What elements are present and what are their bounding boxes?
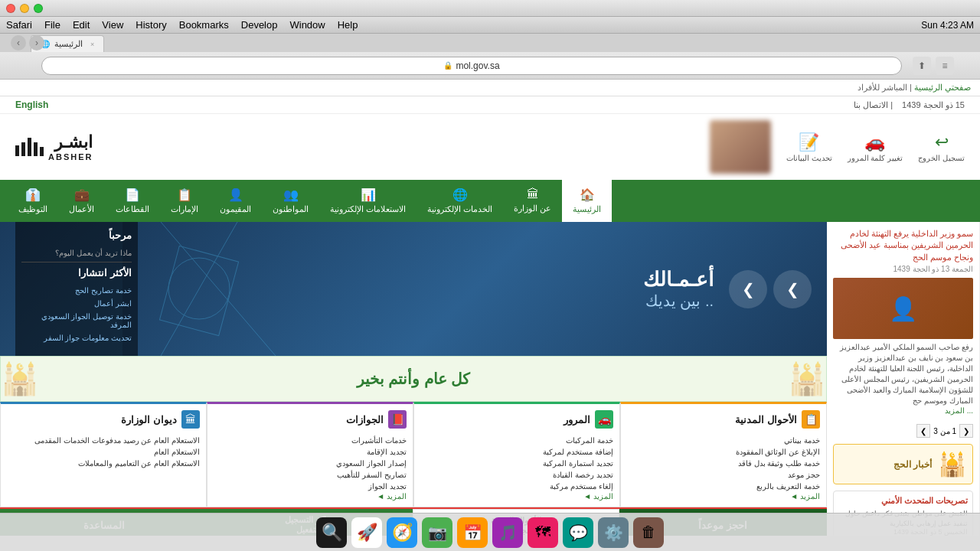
forward-button[interactable]: ›: [29, 35, 44, 51]
civil-item-4[interactable]: حجز موعد: [627, 469, 820, 481]
traffic-item-5[interactable]: إلغاء مستخدم مركبة: [420, 481, 613, 492]
hero-link-2[interactable]: ابشر أعمال: [21, 299, 132, 308]
news-image: 👤: [833, 278, 973, 339]
action-update-traffic[interactable]: 🚗 تغيير كلمة المرور: [848, 132, 903, 162]
menu-window[interactable]: Window: [289, 19, 325, 31]
nav-home[interactable]: 🏠 الرئيسية: [562, 180, 612, 222]
nav-eservices-label: الخدمات الإلكترونية: [427, 204, 492, 214]
url-text: mol.gov.sa: [456, 60, 499, 71]
hero-welcome-panel: مرحباً ماذا تريد أن يعمل اليوم؟ الأكثر ا…: [15, 222, 138, 356]
header-actions: ↩ تسجيل الخروج 🚗 تغيير كلمة المرور 📝 تحد…: [710, 120, 965, 174]
news-item-main: سمو وزير الداخلية يرفع التهنئة لخادم الح…: [833, 228, 973, 415]
nav-citizens[interactable]: 👥 المواطنون: [262, 180, 319, 222]
breadcrumb-home[interactable]: صفحتي الرئيسية: [914, 83, 971, 92]
close-btn[interactable]: [6, 4, 15, 13]
menu-help[interactable]: Help: [338, 19, 358, 31]
nav-residents-label: المقيمون: [220, 204, 251, 214]
hero-link-1[interactable]: خدمة تصاريح الحج: [21, 286, 132, 295]
eid-text: كل عام وأنتم بخير: [357, 370, 471, 388]
hero-divider: [21, 262, 132, 262]
traffic-item-3[interactable]: تجديد استمارة المركبة: [420, 458, 613, 469]
traffic-item-4[interactable]: تجديد رخصة القيادة: [420, 469, 613, 481]
reader-button[interactable]: ≡: [936, 57, 954, 75]
logo-text-en: ABSHER: [48, 152, 93, 161]
passports-item-1[interactable]: خدمات التأشيرات: [214, 435, 407, 446]
top-bar: 15 ذو الحجة 1439 | الاتصال بنا English: [0, 96, 980, 114]
news-sidebar: سمو وزير الداخلية يرفع التهنئة لخادم الح…: [827, 222, 980, 536]
dock-safari[interactable]: 🧭: [387, 517, 417, 548]
hajj-news-section[interactable]: 🕌 أخبار الحج: [833, 444, 973, 484]
menu-bookmarks[interactable]: Bookmarks: [179, 19, 229, 31]
nav-visa[interactable]: 📋 الإمارات: [160, 180, 209, 222]
hero-link-3[interactable]: خدمة توصيل الجواز السعودي المرفد: [21, 312, 132, 329]
nav-ministry[interactable]: 🏛 عن الوزارة: [503, 180, 562, 222]
civil-item-2[interactable]: الإبلاغ عن الوثائق المفقودة: [627, 446, 820, 458]
passports-more-link[interactable]: المزيد ◄: [214, 492, 407, 500]
english-link[interactable]: English: [15, 99, 48, 110]
dock-calendar[interactable]: 📅: [457, 517, 488, 548]
civil-more-link[interactable]: المزيد ◄: [627, 492, 820, 500]
civil-item-5[interactable]: خدمة التعريف بالربع: [627, 481, 820, 492]
dock-finder[interactable]: 🔍: [316, 517, 347, 548]
diwan-item-3[interactable]: الاستعلام العام عن التعاميم والمعاملات: [7, 458, 200, 469]
center-content: ❯ ❯ أعـمـالك .. بين يديك مرحباً ماذا تري…: [0, 222, 827, 536]
nav-einfo[interactable]: 📊 الاستعلامات الإلكترونية: [319, 180, 416, 222]
site-wrapper: صفحتي الرئيسية | المباشر للأفراد 15 ذو ا…: [0, 80, 980, 536]
menu-view[interactable]: View: [102, 19, 123, 31]
main-news-title[interactable]: سمو وزير الداخلية يرفع التهنئة لخادم الح…: [833, 228, 973, 263]
passports-item-5[interactable]: تجديد الجواز: [214, 481, 407, 492]
dock-maps[interactable]: 🗺: [528, 517, 558, 548]
logo-text-ar: ابشـر: [48, 132, 93, 152]
diwan-icon-box: 🏛: [181, 410, 200, 429]
hero-question-text: ماذا تريد أن يعمل اليوم؟: [21, 249, 132, 257]
nav-citizens-label: المواطنون: [273, 204, 309, 214]
minimize-btn[interactable]: [20, 4, 29, 13]
dock-launchpad[interactable]: 🚀: [351, 517, 382, 548]
dock-settings[interactable]: ⚙️: [598, 517, 629, 548]
nav-jobs[interactable]: 💼 الأعمال: [58, 180, 105, 222]
hero-link-4[interactable]: تحديث معلومات جواز السفر: [21, 334, 132, 342]
nav-residents[interactable]: 👤 المقيمون: [209, 180, 262, 222]
nav-jobs-label: الأعمال: [69, 204, 94, 214]
site-scroll[interactable]: صفحتي الرئيسية | المباشر للأفراد 15 ذو ا…: [0, 80, 980, 536]
dock-photos[interactable]: 📷: [422, 517, 452, 548]
nav-employment[interactable]: 👔 التوظيف: [8, 180, 58, 222]
menu-edit[interactable]: Edit: [73, 19, 90, 31]
action-update-data[interactable]: 📝 تحديث البيانات: [786, 132, 832, 162]
hero-prev-arrow[interactable]: ❯: [729, 270, 767, 308]
hero-next-arrow[interactable]: ❯: [773, 270, 812, 308]
prev-page-btn[interactable]: ❮: [959, 424, 973, 438]
dock-messages[interactable]: 💬: [563, 517, 593, 548]
maximize-btn[interactable]: [34, 4, 43, 13]
traffic-more-link[interactable]: المزيد ◄: [420, 492, 613, 500]
address-bar[interactable]: 🔒 mol.gov.sa: [41, 57, 902, 75]
contact-link[interactable]: | الاتصال بنا: [854, 100, 893, 110]
passports-item-3[interactable]: إصدار الجواز السعودي: [214, 458, 407, 469]
traffic-item-2[interactable]: إضافة مستخدم لمركبة: [420, 446, 613, 458]
menu-history[interactable]: History: [136, 19, 166, 31]
diwan-item-1[interactable]: الاستعلام العام عن رصيد مدفوعات الخدمات …: [7, 435, 200, 446]
back-button[interactable]: ‹: [11, 35, 26, 51]
nav-eservices[interactable]: 🌐 الخدمات الإلكترونية: [416, 180, 503, 222]
menu-file[interactable]: File: [44, 19, 60, 31]
traffic-item-1[interactable]: خدمة المركبات: [420, 435, 613, 446]
eservices-nav-icon: 🌐: [452, 187, 468, 202]
menu-develop[interactable]: Develop: [241, 19, 278, 31]
passports-item-2[interactable]: تجديد الإقامة: [214, 446, 407, 458]
news-more-link[interactable]: ... المزيد: [833, 406, 973, 415]
next-page-btn[interactable]: ❯: [916, 424, 930, 438]
site-logo[interactable]: ابشـر ABSHER: [15, 132, 93, 161]
passports-item-4[interactable]: تصاريح السفر للتأهيب: [214, 469, 407, 481]
nav-visa-label: الإمارات: [171, 204, 198, 214]
action-update-exit[interactable]: ↩ تسجيل الخروج: [918, 132, 965, 162]
dock-trash[interactable]: 🗑: [633, 517, 664, 548]
diwan-item-2[interactable]: الاستعلام العام: [7, 446, 200, 458]
dock-music[interactable]: 🎵: [492, 517, 523, 548]
main-nav: 🏠 الرئيسية 🏛 عن الوزارة 🌐 الخدمات الإلكت…: [0, 180, 980, 222]
civil-item-1[interactable]: خدمة بيناتي: [627, 435, 820, 446]
logo-bars: [15, 138, 44, 156]
menu-safari[interactable]: Safari: [6, 19, 32, 31]
civil-item-3[interactable]: خدمة طلب وثيقة بدل فاقد: [627, 458, 820, 469]
nav-permits[interactable]: 📄 القطاعات: [105, 180, 160, 222]
share-button[interactable]: ⬆: [913, 57, 931, 75]
